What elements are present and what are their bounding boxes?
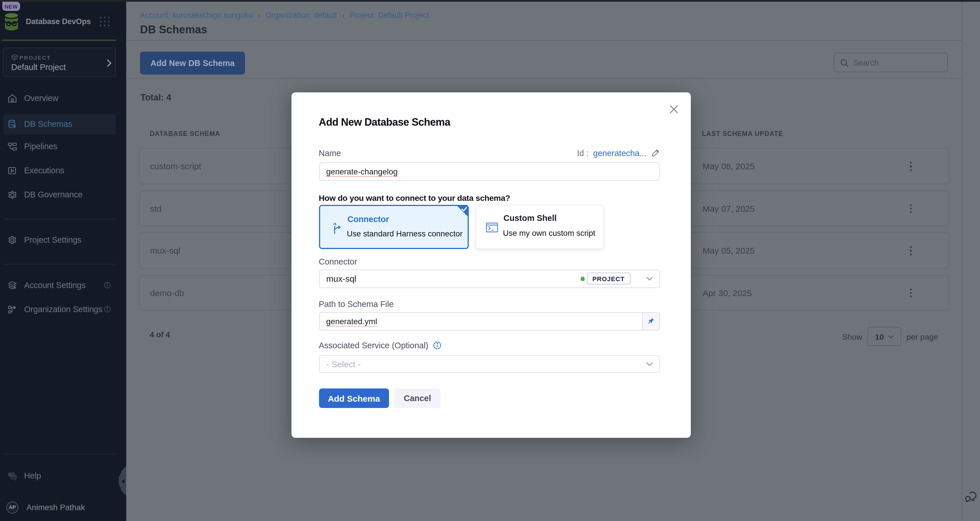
app-grid-icon[interactable]: [100, 17, 110, 27]
chevron-right-icon: [105, 59, 112, 68]
sidebar-item-label: Overview: [24, 94, 58, 103]
row-menu-icon[interactable]: [904, 244, 918, 258]
sidebar-item-pipelines[interactable]: Pipelines: [3, 136, 116, 156]
add-schema-button[interactable]: Add Schema: [319, 389, 389, 408]
row-menu-icon[interactable]: [904, 159, 918, 173]
sidebar-item-overview[interactable]: Overview: [3, 88, 116, 108]
name-value: generate-changelog: [326, 167, 398, 176]
help-chat-icon: [8, 471, 17, 481]
connector-select[interactable]: mux-sql PROJECT: [319, 270, 660, 288]
path-label: Path to Schema File: [319, 299, 394, 308]
schema-name: std: [150, 203, 162, 213]
row-menu-icon[interactable]: [904, 286, 918, 300]
info-icon[interactable]: [433, 341, 441, 349]
db-schema-icon: [8, 119, 17, 129]
breadcrumb-account[interactable]: Account: kurosakiichigo.songoku: [140, 11, 253, 19]
search-input[interactable]: [853, 58, 939, 67]
connector-fork-icon: [331, 222, 344, 235]
option-custom-shell[interactable]: Custom Shell Use my own custom script: [476, 205, 603, 249]
path-input[interactable]: generated.yml: [319, 312, 660, 330]
page-size-select[interactable]: 10: [867, 327, 901, 346]
sidebar-item-label: DB Governance: [24, 190, 83, 199]
right-rail: [962, 2, 980, 521]
schema-name: custom-script: [150, 161, 201, 171]
sidebar-item-db-schemas[interactable]: DB Schemas: [3, 114, 116, 134]
top-strip: [0, 0, 980, 2]
breadcrumb-project[interactable]: Project: Default Project: [349, 11, 429, 19]
pin-button[interactable]: [642, 313, 659, 330]
id-value-link[interactable]: generatecha...: [593, 148, 646, 158]
option-title: Custom Shell: [503, 213, 557, 223]
info-icon: [104, 306, 111, 313]
service-label: Associated Service (Optional): [319, 341, 428, 350]
option-title: Connector: [347, 215, 389, 224]
sidebar-item-db-governance[interactable]: DB Governance: [3, 185, 116, 204]
name-input[interactable]: generate-changelog: [319, 163, 660, 180]
terminal-icon: [486, 223, 498, 233]
support-chat-icon[interactable]: [965, 491, 978, 502]
sidebar-item-project-settings[interactable]: Project Settings: [3, 230, 116, 250]
connector-status-dot: [581, 277, 585, 281]
breadcrumb-separator-icon: ›: [342, 10, 344, 21]
sidebar-divider: [3, 218, 116, 219]
home-icon: [8, 93, 17, 103]
edit-id-icon[interactable]: [651, 148, 660, 157]
gear-icon: [8, 235, 17, 245]
page-header: Account: kurosakiichigo.songoku › Organi…: [126, 2, 962, 41]
selected-corner-check-icon: [456, 205, 468, 217]
service-label-row: Associated Service (Optional): [319, 341, 441, 350]
database-devops-logo-icon: [2, 11, 21, 32]
schema-last-update: May 07, 2025: [703, 203, 755, 213]
pipelines-icon: [8, 142, 17, 151]
page-size-value: 10: [875, 332, 884, 341]
option-connector[interactable]: Connector Use standard Harness connector: [319, 205, 468, 249]
project-selector[interactable]: PROJECT Default Project: [3, 48, 116, 77]
column-database-schema: DATABASE SCHEMA: [150, 130, 220, 137]
path-value: generated.yml: [326, 317, 377, 326]
sidebar-accent-divider: [2, 40, 116, 41]
option-subtitle: Use my own custom script: [503, 229, 595, 237]
schema-name: mux-sql: [150, 245, 180, 255]
dialog-title: Add New Database Schema: [319, 116, 450, 128]
schema-last-update: May 08, 2025: [703, 161, 755, 171]
pagination-range: 4 of 4: [150, 330, 170, 339]
add-schema-dialog: Add New Database Schema Name Id : genera…: [291, 92, 690, 438]
breadcrumb-organization[interactable]: Organization: default: [266, 11, 337, 19]
chevron-down-icon: [646, 277, 653, 281]
connector-label: Connector: [319, 257, 357, 266]
show-label: Show: [842, 332, 862, 341]
column-last-schema-update: LAST SCHEMA UPDATE: [702, 130, 783, 137]
project-label: PROJECT: [19, 54, 51, 61]
connect-question: How do you want to connect to your data …: [319, 193, 510, 202]
project-cube-icon: [11, 54, 18, 60]
service-placeholder: - Select -: [326, 359, 361, 369]
cancel-button[interactable]: Cancel: [394, 389, 441, 408]
sidebar-divider: [3, 264, 116, 264]
org-hierarchy-gear-icon: [8, 304, 17, 314]
sidebar-collapse-handle[interactable]: [119, 466, 126, 496]
per-page-label: per page: [906, 332, 938, 341]
avatar: AP: [6, 501, 18, 513]
pagination-controls: Show 10 per page: [842, 327, 938, 346]
sidebar-item-account-settings[interactable]: Account Settings: [3, 275, 116, 295]
id-prefix: Id :: [577, 148, 589, 158]
search-box[interactable]: [834, 53, 948, 72]
sidebar-item-label: Help: [24, 471, 41, 480]
sidebar-item-organization-settings[interactable]: Organization Settings: [3, 299, 116, 319]
name-label: Name: [319, 148, 341, 158]
row-menu-icon[interactable]: [904, 202, 918, 215]
connector-value: mux-sql: [326, 274, 356, 284]
schema-name: demo-db: [150, 288, 184, 298]
add-new-db-schema-button[interactable]: Add New DB Schema: [140, 52, 245, 75]
sidebar-item-help[interactable]: Help: [3, 466, 116, 486]
scope-badge: PROJECT: [587, 273, 630, 285]
service-select[interactable]: - Select -: [319, 355, 660, 373]
project-name: Default Project: [11, 62, 66, 72]
schema-last-update: Apr 30, 2025: [703, 288, 752, 298]
user-menu[interactable]: AP Animesh Pathak: [3, 497, 118, 518]
total-count: Total: 4: [140, 92, 171, 103]
option-subtitle: Use standard Harness connector: [347, 229, 463, 238]
breadcrumb-separator-icon: ›: [258, 10, 260, 21]
sidebar-item-executions[interactable]: Executions: [3, 160, 116, 180]
close-icon[interactable]: [669, 105, 678, 113]
